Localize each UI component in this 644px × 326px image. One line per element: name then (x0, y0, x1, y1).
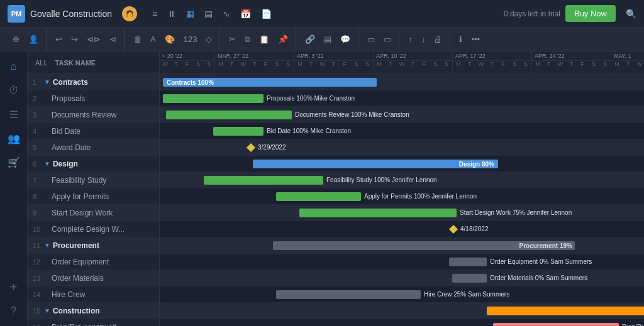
sidebar-icon-shopping[interactable]: 🛒 (4, 152, 24, 172)
sidebar-icon-tasks[interactable]: ☰ (4, 104, 24, 124)
paint-button[interactable]: 🎨 (161, 32, 179, 46)
task-row[interactable]: 8 Apply for Permits (28, 188, 159, 205)
gantt-row[interactable]: Prep/Pre-construction 0% (160, 319, 644, 326)
user-avatar[interactable]: 🧑 (122, 6, 137, 21)
task-row[interactable]: 12 Order Equipment (28, 254, 159, 270)
gantt-bar[interactable] (276, 192, 361, 201)
gantt-row[interactable]: Order Equipment 0% Sam Summers (160, 254, 644, 270)
all-filter-button[interactable]: ALL (33, 58, 50, 68)
file-view-icon[interactable]: 📄 (261, 9, 272, 19)
task-row[interactable]: 2 Proposals (28, 90, 159, 107)
task-row[interactable]: 1 ▼ Contracts (28, 74, 159, 90)
outdent-button[interactable]: ⊲ (106, 32, 120, 46)
task-row[interactable]: 3 Documents Review (28, 107, 159, 123)
search-icon[interactable]: 🔍 (626, 9, 636, 19)
buy-now-button[interactable]: Buy Now (565, 5, 616, 22)
gantt-row[interactable]: Procurement 19% (160, 237, 644, 254)
task-row[interactable]: 9 Start Design Work (28, 205, 159, 221)
more-button[interactable]: ••• (467, 32, 484, 46)
gantt-bar[interactable]: Procurement 19% (273, 241, 575, 250)
task-row[interactable]: 6 ▼ Design (28, 156, 159, 172)
gantt-bar[interactable] (166, 111, 292, 119)
shape-button[interactable]: ◇ (202, 32, 216, 46)
gantt-row[interactable]: 3/29/2022 (160, 139, 644, 156)
gantt-bar[interactable] (213, 127, 264, 136)
day-label: T (487, 61, 498, 67)
day-label: S (520, 61, 531, 67)
export-down-button[interactable]: ↓ (418, 32, 430, 46)
columns-button[interactable]: ▤ (320, 32, 335, 46)
day-label: T (306, 61, 317, 67)
gantt-bar[interactable]: Contracts 100% (163, 78, 377, 87)
sidebar-icon-time[interactable]: ⏱ (4, 80, 24, 101)
gantt-view-icon[interactable]: ▦ (186, 9, 194, 19)
sidebar-icon-help[interactable]: ? (4, 301, 24, 321)
gantt-row[interactable]: Feasibility Study 100% Jennifer Lennon (160, 172, 644, 188)
gantt-bar[interactable] (204, 176, 323, 185)
delete-button[interactable]: 🗑 (130, 32, 145, 46)
group-collapse-icon[interactable]: ▼ (44, 160, 50, 167)
task-row[interactable]: 14 Hire Crew (28, 286, 159, 303)
task-row[interactable]: 13 Order Materials (28, 270, 159, 286)
group-collapse-icon[interactable]: ▼ (44, 307, 50, 314)
column-view-icon[interactable]: ⏸ (167, 9, 176, 19)
indent-button[interactable]: ⊲⊳ (83, 32, 104, 46)
gantt-row[interactable]: Hire Crew 25% Sam Summers (160, 286, 644, 303)
calendar-view-icon[interactable]: 📅 (240, 9, 251, 19)
task-row[interactable]: 5 Award Date (28, 139, 159, 156)
milestone-diamond[interactable] (449, 225, 458, 234)
print-button[interactable]: 🖨 (430, 32, 446, 46)
number-button[interactable]: 123 (180, 32, 201, 46)
group-collapse-icon[interactable]: ▼ (44, 79, 50, 85)
add-button[interactable]: ⊕ (9, 32, 23, 46)
gantt-row[interactable]: Contracts 100% (160, 74, 644, 90)
text-button[interactable]: A (147, 32, 160, 46)
task-row[interactable]: 10 Complete Design W... (28, 221, 159, 237)
task-row[interactable]: 4 Bid Date (28, 123, 159, 139)
table-view-icon[interactable]: ▤ (204, 9, 213, 19)
gantt-row[interactable]: Documents Review 100% Mike Cranston (160, 107, 644, 123)
bar-label: Start Design Work 75% Jennifer Lennon (460, 209, 572, 216)
gantt-row[interactable]: Bid Date 100% Mike Cranston (160, 123, 644, 139)
sidebar-icon-home[interactable]: ⌂ (4, 57, 24, 77)
undo-button[interactable]: ↩ (52, 32, 66, 46)
comment-button[interactable]: 💬 (336, 32, 354, 46)
task-row[interactable]: 7 Feasibility Study (28, 172, 159, 188)
toolbar-group-history: ↩ ↪ ⊲⊳ ⊲ (48, 28, 125, 51)
list-view-icon[interactable]: ≡ (152, 9, 157, 19)
chart-view-icon[interactable]: ∿ (223, 9, 230, 19)
task-row[interactable]: 15 ▼ Construction (28, 303, 159, 319)
cut-button[interactable]: ✂ (225, 32, 240, 46)
sidebar-icon-add[interactable]: + (4, 277, 24, 297)
copy-button[interactable]: ⧉ (241, 32, 254, 47)
person-button[interactable]: 👤 (25, 32, 42, 46)
paste-button[interactable]: 📋 (255, 32, 273, 46)
gantt-bar[interactable] (452, 274, 487, 283)
redo-button[interactable]: ↪ (67, 32, 82, 46)
info-button[interactable]: ℹ (455, 32, 466, 46)
gantt-bar[interactable]: Design 80% (253, 160, 498, 168)
gantt-row[interactable]: 4/18/2022 (160, 221, 644, 237)
baseline2-button[interactable]: ▭ (380, 32, 395, 46)
gantt-row[interactable]: Start Design Work 75% Jennifer Lennon (160, 205, 644, 221)
gantt-row[interactable]: Design 80% (160, 156, 644, 172)
task-row[interactable]: 11 ▼ Procurement (28, 237, 159, 254)
gantt-row[interactable]: Apply for Permits 100% Jennifer Lennon (160, 188, 644, 205)
milestone-diamond[interactable] (247, 143, 255, 152)
gantt-bar[interactable] (493, 323, 619, 326)
group-collapse-icon[interactable]: ▼ (44, 242, 50, 249)
gantt-bar[interactable] (487, 307, 644, 315)
gantt-bar[interactable] (449, 258, 487, 266)
gantt-bar[interactable] (163, 94, 264, 103)
gantt-bar[interactable] (276, 290, 421, 299)
gantt-row[interactable] (160, 303, 644, 319)
gantt-row[interactable]: Order Materials 0% Sam Summers (160, 270, 644, 286)
paste-special-button[interactable]: 📌 (274, 32, 292, 46)
gantt-bar[interactable] (299, 209, 457, 217)
link-button[interactable]: 🔗 (301, 32, 319, 46)
sidebar-icon-users[interactable]: 👥 (4, 128, 24, 148)
export-up-button[interactable]: ↑ (404, 32, 416, 46)
task-row[interactable]: 16 Prep/Pre-constructi... (28, 319, 159, 326)
gantt-row[interactable]: Proposals 100% Mike Cranston (160, 90, 644, 107)
baseline1-button[interactable]: ▭ (364, 32, 379, 46)
